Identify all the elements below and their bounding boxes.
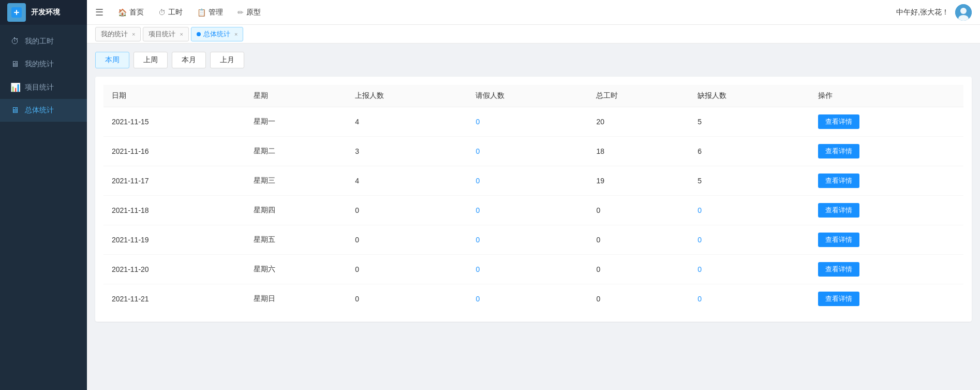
col-leave: 请假人数: [467, 85, 588, 107]
table-row: 2021-11-17 星期三 4 0 19 5 查看详情: [103, 166, 963, 196]
table-card: 日期 星期 上报人数 请假人数 总工时 缺报人数 操作 2021-11-15 星…: [95, 77, 972, 322]
sidebar-navigation: ⏱ 我的工时 🖥 我的统计 📊 项目统计 🖥 总体统计: [0, 30, 87, 390]
cell-total-hours: 19: [588, 166, 689, 196]
cell-total-hours: 0: [588, 284, 689, 314]
cell-action: 查看详情: [810, 225, 963, 255]
cell-weekday: 星期五: [245, 225, 347, 255]
cell-leave: 0: [467, 107, 588, 137]
cell-weekday: 星期四: [245, 196, 347, 225]
sidebar-item-project-stats[interactable]: 📊 项目统计: [0, 76, 87, 99]
sidebar-item-my-worktime[interactable]: ⏱ 我的工时: [0, 30, 87, 53]
tab-my-stats-close[interactable]: ×: [132, 31, 135, 37]
detail-button[interactable]: 查看详情: [818, 144, 859, 158]
detail-button[interactable]: 查看详情: [818, 203, 859, 218]
cell-leave: 0: [467, 166, 588, 196]
logo-icon: [7, 3, 26, 22]
cell-missing: 5: [689, 166, 810, 196]
cell-weekday: 星期二: [245, 137, 347, 166]
col-reported: 上报人数: [347, 85, 467, 107]
tab-active-dot: [197, 32, 201, 36]
topbar: ☰ 🏠 首页 ⏱ 工时 📋 管理 ✏ 原型 中午好,张大花！: [87, 0, 980, 25]
project-stats-icon: 📊: [10, 82, 20, 92]
cell-total-hours: 0: [588, 255, 689, 284]
col-total-hours: 总工时: [588, 85, 689, 107]
filter-this-month[interactable]: 本月: [172, 52, 206, 68]
detail-button[interactable]: 查看详情: [818, 292, 859, 306]
filter-last-week[interactable]: 上周: [133, 52, 168, 68]
filter-this-week[interactable]: 本周: [95, 52, 129, 68]
topbar-prototype-label: 原型: [246, 8, 261, 17]
table-row: 2021-11-18 星期四 0 0 0 0 查看详情: [103, 196, 963, 225]
topbar-right: 中午好,张大花！: [896, 4, 972, 21]
stats-table: 日期 星期 上报人数 请假人数 总工时 缺报人数 操作 2021-11-15 星…: [103, 85, 963, 313]
topbar-worktime[interactable]: ⏱ 工时: [152, 6, 189, 19]
sidebar-logo: 开发环境: [0, 0, 87, 25]
content-area: 本周 上周 本月 上月 日期 星期 上报人数 请假人数 总工时 缺报人数 操作: [87, 44, 980, 390]
cell-date: 2021-11-19: [103, 225, 245, 255]
sidebar-item-label: 总体统计: [25, 106, 54, 115]
sidebar-item-overall-stats[interactable]: 🖥 总体统计: [0, 99, 87, 122]
cell-total-hours: 0: [588, 196, 689, 225]
cell-date: 2021-11-20: [103, 255, 245, 284]
topbar-home[interactable]: 🏠 首页: [112, 6, 150, 19]
table-row: 2021-11-16 星期二 3 0 18 6 查看详情: [103, 137, 963, 166]
sidebar: 开发环境 ⏱ 我的工时 🖥 我的统计 📊 项目统计 🖥 总体统计: [0, 0, 87, 390]
cell-action: 查看详情: [810, 107, 963, 137]
cell-date: 2021-11-15: [103, 107, 245, 137]
cell-missing: 6: [689, 137, 810, 166]
cell-leave: 0: [467, 196, 588, 225]
sidebar-item-label: 项目统计: [25, 83, 54, 92]
prototype-icon: ✏: [237, 8, 244, 17]
topbar-prototype[interactable]: ✏ 原型: [231, 6, 267, 19]
sidebar-item-my-stats[interactable]: 🖥 我的统计: [0, 53, 87, 76]
cell-reported: 0: [347, 284, 467, 314]
cell-leave: 0: [467, 284, 588, 314]
detail-button[interactable]: 查看详情: [818, 262, 859, 277]
manage-icon: 📋: [197, 8, 206, 17]
tab-overall-stats-close[interactable]: ×: [234, 31, 237, 37]
user-avatar[interactable]: [955, 4, 972, 21]
tab-overall-stats[interactable]: 总体统计 ×: [191, 27, 243, 41]
detail-button[interactable]: 查看详情: [818, 233, 859, 247]
table-header-row: 日期 星期 上报人数 请假人数 总工时 缺报人数 操作: [103, 85, 963, 107]
cell-reported: 4: [347, 107, 467, 137]
worktime-icon: ⏱: [10, 37, 20, 46]
logo-text: 开发环境: [31, 8, 60, 17]
tab-project-stats-label: 项目统计: [149, 30, 175, 39]
tabbar: 我的统计 × 项目统计 × 总体统计 ×: [87, 25, 980, 44]
menu-icon[interactable]: ☰: [95, 7, 103, 18]
topbar-manage-label: 管理: [209, 8, 223, 17]
greeting-text: 中午好,张大花！: [896, 8, 949, 17]
svg-point-2: [960, 8, 967, 14]
tab-project-stats[interactable]: 项目统计 ×: [143, 27, 188, 41]
cell-weekday: 星期一: [245, 107, 347, 137]
cell-total-hours: 20: [588, 107, 689, 137]
topbar-manage[interactable]: 📋 管理: [191, 6, 229, 19]
filter-last-month[interactable]: 上月: [210, 52, 244, 68]
filter-bar: 本周 上周 本月 上月: [95, 52, 972, 68]
main-area: ☰ 🏠 首页 ⏱ 工时 📋 管理 ✏ 原型 中午好,张大花！: [87, 0, 980, 390]
col-date: 日期: [103, 85, 245, 107]
cell-leave: 0: [467, 255, 588, 284]
cell-reported: 0: [347, 196, 467, 225]
topbar-home-label: 首页: [129, 8, 144, 17]
topbar-navigation: 🏠 首页 ⏱ 工时 📋 管理 ✏ 原型: [112, 6, 896, 19]
cell-leave: 0: [467, 225, 588, 255]
cell-weekday: 星期日: [245, 284, 347, 314]
tab-my-stats[interactable]: 我的统计 ×: [95, 27, 141, 41]
detail-button[interactable]: 查看详情: [818, 114, 859, 129]
sidebar-item-label: 我的工时: [25, 37, 54, 46]
cell-action: 查看详情: [810, 166, 963, 196]
cell-action: 查看详情: [810, 255, 963, 284]
detail-button[interactable]: 查看详情: [818, 174, 859, 188]
table-row: 2021-11-19 星期五 0 0 0 0 查看详情: [103, 225, 963, 255]
tab-my-stats-label: 我的统计: [101, 30, 128, 39]
cell-total-hours: 18: [588, 137, 689, 166]
cell-total-hours: 0: [588, 225, 689, 255]
home-icon: 🏠: [118, 8, 127, 17]
tab-project-stats-close[interactable]: ×: [180, 31, 183, 37]
cell-missing: 0: [689, 196, 810, 225]
cell-reported: 4: [347, 166, 467, 196]
col-action: 操作: [810, 85, 963, 107]
col-missing: 缺报人数: [689, 85, 810, 107]
